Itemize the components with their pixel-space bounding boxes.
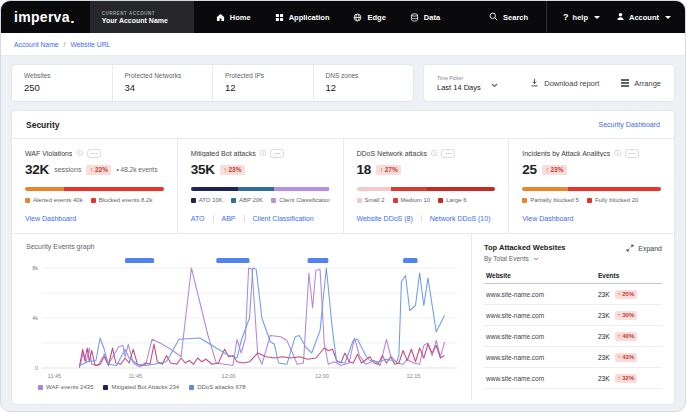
time-picker-dropdown[interactable]: Time Picker Last 14 Days [437, 74, 498, 92]
legend-label: Small 2 [365, 197, 385, 203]
stat-value: 12 [326, 82, 402, 93]
events-value: 23K [598, 333, 610, 340]
nav-item-data[interactable]: Data [410, 13, 440, 22]
chevron-down-icon [594, 16, 600, 19]
legend-swatch [38, 385, 43, 390]
stats-card: Websites 250 Protected Networks 34 Prote… [11, 64, 414, 102]
legend-label: Large 6 [446, 197, 466, 203]
expand-label: Expand [638, 245, 662, 252]
info-icon[interactable]: ⓘ [614, 150, 621, 157]
column-header-website: Website [486, 272, 598, 279]
bar-segment [274, 187, 330, 191]
main-nav: Home Application Edge Data [216, 13, 440, 22]
nav-item-edge[interactable]: Edge [353, 13, 385, 22]
info-icon[interactable]: ⓘ [76, 150, 83, 157]
websites-table-body: www.site-name.com23K↑ 25%www.site-name.c… [484, 284, 662, 389]
column-header-events: Events [598, 272, 660, 279]
events-value: 23K [598, 312, 610, 319]
download-report-button[interactable]: Download report [530, 78, 599, 89]
expand-button[interactable]: Expand [626, 244, 662, 253]
info-icon[interactable]: ⓘ [260, 150, 267, 157]
website-cell: www.site-name.com [486, 312, 598, 319]
table-row[interactable]: www.site-name.com23K↑ 32% [484, 368, 662, 389]
more-menu-button[interactable]: ⋯ [87, 149, 101, 158]
stat-dns-zones[interactable]: DNS zones 12 [314, 65, 414, 101]
more-menu-button[interactable]: ⋯ [441, 149, 455, 158]
bar-segment [568, 187, 661, 191]
breadcrumb: Account Name / Website URL [1, 33, 685, 56]
events-cell: 23K↑ 43% [598, 353, 660, 362]
more-menu-button[interactable]: ⋯ [625, 149, 639, 158]
card-link[interactable]: Client Classification [244, 215, 314, 222]
metric-value-suffix: sessions [54, 166, 81, 173]
legend-item: ABP 20K [231, 197, 263, 203]
stat-protected-networks[interactable]: Protected Networks 34 [113, 65, 214, 101]
bar-segment [522, 187, 568, 191]
events-cell: 23K↑ 25% [598, 290, 660, 299]
help-label: help [573, 13, 588, 22]
graph-title: Security Events graph [26, 243, 457, 250]
legend-swatch [189, 385, 194, 390]
table-row[interactable]: www.site-name.com23K↑ 40% [484, 326, 662, 347]
sort-dropdown[interactable]: By Total Events [484, 255, 566, 262]
card-link[interactable]: Network DDoS (10) [421, 215, 491, 222]
legend-label: Fully blocked 20 [595, 197, 638, 203]
help-menu[interactable]: ? help [563, 12, 600, 22]
bar-segment [427, 187, 495, 191]
table-row[interactable]: www.site-name.com23K↑ 43% [484, 347, 662, 368]
trend-badge: ↑ 25% [615, 290, 638, 299]
bar-segment [391, 187, 427, 191]
legend-label: ABP 20K [239, 197, 263, 203]
stat-protected-ips[interactable]: Protected IPs 12 [213, 65, 314, 101]
events-chart[interactable] [42, 256, 457, 372]
table-row[interactable]: www.site-name.com23K↑ 30% [484, 305, 662, 326]
breadcrumb-website-link[interactable]: Website URL [70, 41, 110, 48]
legend-label: Partially blocked 5 [530, 197, 579, 203]
navbar-divider [546, 1, 547, 33]
stat-websites[interactable]: Websites 250 [12, 65, 113, 101]
legend-swatch [587, 198, 592, 203]
legend-item: Partially blocked 5 [522, 197, 579, 203]
legend-swatch [393, 198, 398, 203]
security-header: Security Security Dashboard [12, 111, 674, 139]
arrange-button[interactable]: Arrange [621, 79, 661, 88]
top-attacked-websites-panel: Top Attacked Websites By Total Events Ex… [472, 234, 674, 400]
nav-item-application[interactable]: Application [275, 13, 330, 22]
card-link[interactable]: View Dashboard [25, 215, 76, 222]
nav-item-label: Home [230, 13, 251, 22]
info-icon[interactable]: ⓘ [431, 150, 438, 157]
table-row[interactable]: www.site-name.com23K↑ 25% [484, 284, 662, 305]
metric-legend: Small 2Medium 10Large 6 [357, 197, 496, 203]
legend-item: Small 2 [357, 197, 385, 203]
chart-legend-item: Mitigated Bot Attacks 234 [103, 384, 179, 390]
top-navbar: imperva CURRENT ACCOUNT Your Account Nam… [1, 1, 685, 33]
current-account-selector[interactable]: CURRENT ACCOUNT Your Account Name [90, 1, 194, 33]
data-database-icon [410, 13, 419, 22]
security-dashboard-link[interactable]: Security Dashboard [599, 121, 660, 128]
chart-legend: WAF events 2435Mitigated Bot Attacks 234… [38, 384, 457, 390]
card-link[interactable]: ABP [213, 215, 236, 222]
imperva-logo[interactable]: imperva [14, 9, 74, 25]
account-menu[interactable]: Account [616, 12, 671, 23]
events-value: 23K [598, 375, 610, 382]
arrange-label: Arrange [634, 79, 661, 88]
nav-item-home[interactable]: Home [216, 13, 251, 22]
metric-value: 35K [191, 162, 215, 177]
card-link[interactable]: ATO [191, 215, 205, 222]
legend-swatch [438, 198, 443, 203]
card-link[interactable]: View Dashboard [522, 215, 573, 222]
application-icon [275, 13, 284, 22]
metric-card-attack-analytics: Incidents by Attack Analitycs ⓘ ⋯ 25 ↑ 2… [509, 139, 674, 233]
search-button[interactable]: Search [489, 12, 528, 23]
trend-badge: ↑ 32% [615, 374, 638, 383]
more-menu-button[interactable]: ⋯ [270, 149, 284, 158]
breadcrumb-account-link[interactable]: Account Name [14, 41, 59, 48]
download-label: Download report [544, 79, 599, 88]
time-picker-label: Time Picker [437, 75, 481, 81]
legend-item: Fully blocked 20 [587, 197, 638, 203]
card-link[interactable]: Website DDoS (8) [357, 215, 413, 222]
bar-segment [238, 187, 274, 191]
events-cell: 23K↑ 40% [598, 332, 660, 341]
legend-label: Blocked events 8.2k [99, 197, 153, 203]
chevron-down-icon [665, 16, 671, 19]
